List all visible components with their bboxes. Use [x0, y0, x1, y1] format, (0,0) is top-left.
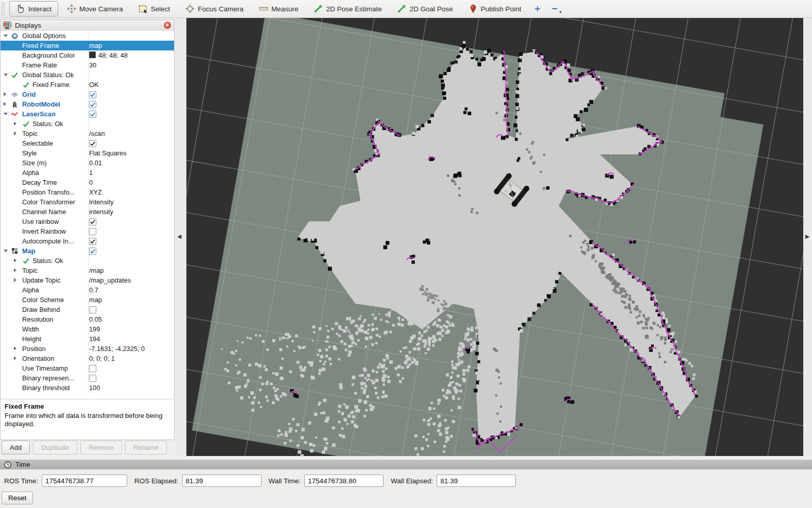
tool-select[interactable]: Select: [132, 1, 177, 16]
property-value[interactable]: 30: [89, 60, 96, 70]
tree-row-map[interactable]: Map: [1, 246, 174, 256]
tree-row-topic[interactable]: Topic/map: [1, 266, 174, 275]
expand-arrow-closed[interactable]: [4, 92, 6, 96]
property-value[interactable]: XYZ: [89, 187, 102, 197]
expand-arrow-open[interactable]: [4, 74, 8, 76]
tool-focus-camera[interactable]: Focus Camera: [179, 1, 250, 16]
close-icon[interactable]: ✕: [164, 22, 171, 29]
tree-row-status-ok[interactable]: Status: Ok: [1, 256, 174, 266]
tree-row-resolution[interactable]: Resolution0.05: [1, 314, 174, 324]
tree-row-global-options[interactable]: Global Options: [1, 31, 174, 41]
left-panel-splitter[interactable]: ◀: [175, 18, 186, 456]
property-value[interactable]: 0: [89, 178, 93, 187]
time-panel-header[interactable]: Time: [0, 460, 812, 469]
reset-button[interactable]: Reset: [2, 492, 33, 504]
tree-row-binary-threshold[interactable]: Binary threshold100: [1, 383, 174, 393]
property-value[interactable]: /map_updates: [89, 275, 131, 285]
tool-remove-tool[interactable]: −▾: [547, 1, 566, 16]
property-value[interactable]: 100: [89, 383, 100, 393]
checkbox-unchecked[interactable]: [89, 228, 96, 235]
checkbox-checked[interactable]: [89, 140, 96, 147]
expand-arrow-closed[interactable]: [14, 258, 16, 262]
property-value[interactable]: 194: [89, 334, 100, 344]
property-value[interactable]: /scan: [89, 129, 105, 138]
property-value[interactable]: 0.01: [89, 158, 102, 168]
collapse-left-icon[interactable]: ◀: [177, 233, 181, 240]
property-value[interactable]: 0.7: [89, 285, 98, 295]
checkbox-unchecked[interactable]: [89, 365, 96, 372]
tree-row-fixed-frame[interactable]: Fixed FrameOK: [1, 80, 174, 90]
expand-arrow-closed[interactable]: [14, 356, 16, 360]
property-value[interactable]: OK: [89, 80, 99, 90]
expand-arrow-closed[interactable]: [14, 131, 16, 135]
expand-arrow-open[interactable]: [4, 250, 8, 252]
property-value[interactable]: Intensity: [89, 197, 114, 207]
tool-pose-estimate[interactable]: 2D Pose Estimate: [307, 1, 388, 16]
checkbox-checked[interactable]: [89, 101, 96, 108]
property-value[interactable]: intensity: [89, 207, 113, 217]
expand-arrow-closed[interactable]: [14, 268, 16, 272]
tree-row-binary-represen[interactable]: Binary represen...: [1, 373, 174, 383]
tree-row-fixed-frame[interactable]: Fixed Framemap: [1, 41, 174, 50]
tree-row-alpha[interactable]: Alpha1: [1, 168, 174, 178]
tree-row-topic[interactable]: Topic/scan: [1, 129, 174, 138]
tree-row-use-rainbow[interactable]: Use rainbow: [1, 217, 174, 226]
wall-time-input[interactable]: [304, 475, 384, 487]
expand-arrow-open[interactable]: [4, 34, 8, 37]
ros-time-input[interactable]: [42, 475, 127, 487]
toolbar-grip[interactable]: [1, 2, 5, 15]
property-value[interactable]: map: [89, 41, 102, 50]
tree-row-position-transfo[interactable]: Position Transfo...XYZ: [1, 187, 174, 197]
checkbox-unchecked[interactable]: [89, 306, 96, 313]
ros-elapsed-input[interactable]: [182, 475, 262, 487]
tool-add-tool[interactable]: +: [530, 1, 545, 16]
expand-arrow-closed[interactable]: [14, 121, 16, 126]
property-value[interactable]: Flat Squares: [89, 148, 127, 158]
checkbox-unchecked[interactable]: [89, 375, 96, 382]
tree-row-channel-name[interactable]: Channel Nameintensity: [1, 207, 174, 217]
tree-row-invert-rainbow[interactable]: Invert Rainbow: [1, 226, 174, 236]
checkbox-checked[interactable]: [89, 111, 96, 118]
tree-row-status-ok[interactable]: Status: Ok: [1, 119, 174, 129]
property-value[interactable]: 0; 0; 0; 1: [89, 354, 115, 363]
property-value[interactable]: 199: [89, 324, 100, 334]
checkbox-checked[interactable]: [89, 218, 96, 225]
tool-interact[interactable]: Interact: [9, 1, 58, 16]
property-value[interactable]: /map: [89, 266, 103, 275]
tree-row-draw-behind[interactable]: Draw Behind: [1, 305, 174, 314]
tree-row-decay-time[interactable]: Decay Time0: [1, 178, 174, 187]
displays-panel-header[interactable]: Displays ✕: [1, 20, 174, 31]
expand-arrow-open[interactable]: [4, 113, 8, 115]
checkbox-checked[interactable]: [89, 238, 96, 245]
tree-row-style[interactable]: StyleFlat Squares: [1, 148, 174, 158]
tree-row-orientation[interactable]: Orientation0; 0; 0; 1: [1, 354, 174, 363]
tree-row-autocompute-in[interactable]: Autocompute In...: [1, 236, 174, 246]
tool-measure[interactable]: Measure: [252, 1, 305, 16]
tree-row-alpha[interactable]: Alpha0.7: [1, 285, 174, 295]
add-button[interactable]: Add: [2, 441, 30, 454]
checkbox-checked[interactable]: [89, 91, 96, 98]
tool-publish-point[interactable]: Publish Point: [462, 1, 528, 16]
tool-goal-pose[interactable]: 2D Goal Pose: [390, 1, 459, 16]
right-panel-splitter[interactable]: ▶: [803, 18, 812, 456]
tree-row-update-topic[interactable]: Update Topic/map_updates: [1, 275, 174, 285]
property-value[interactable]: map: [89, 295, 102, 305]
property-value[interactable]: 0.05: [89, 314, 102, 324]
tree-row-color-scheme[interactable]: Color Schememap: [1, 295, 174, 305]
property-value[interactable]: 1: [89, 168, 93, 178]
expand-arrow-closed[interactable]: [14, 346, 16, 351]
tree-row-grid[interactable]: Grid: [1, 90, 174, 99]
tree-help-splitter[interactable]: [1, 393, 174, 398]
expand-right-icon[interactable]: ▶: [805, 233, 809, 240]
wall-elapsed-input[interactable]: [437, 475, 516, 487]
tree-row-size-m[interactable]: Size (m)0.01: [1, 158, 174, 168]
tree-row-frame-rate[interactable]: Frame Rate30: [1, 60, 174, 70]
tree-row-global-status-ok[interactable]: Global Status: Ok: [1, 70, 174, 80]
tree-row-robotmodel[interactable]: RobotModel: [1, 99, 174, 109]
tree-row-width[interactable]: Width199: [1, 324, 174, 334]
checkbox-checked[interactable]: [89, 248, 96, 255]
tree-row-use-timestamp[interactable]: Use Timestamp: [1, 363, 174, 373]
tree-row-selectable[interactable]: Selectable: [1, 138, 174, 148]
tool-move-camera[interactable]: Move Camera: [60, 1, 130, 16]
tree-row-color-transformer[interactable]: Color TransformerIntensity: [1, 197, 174, 207]
